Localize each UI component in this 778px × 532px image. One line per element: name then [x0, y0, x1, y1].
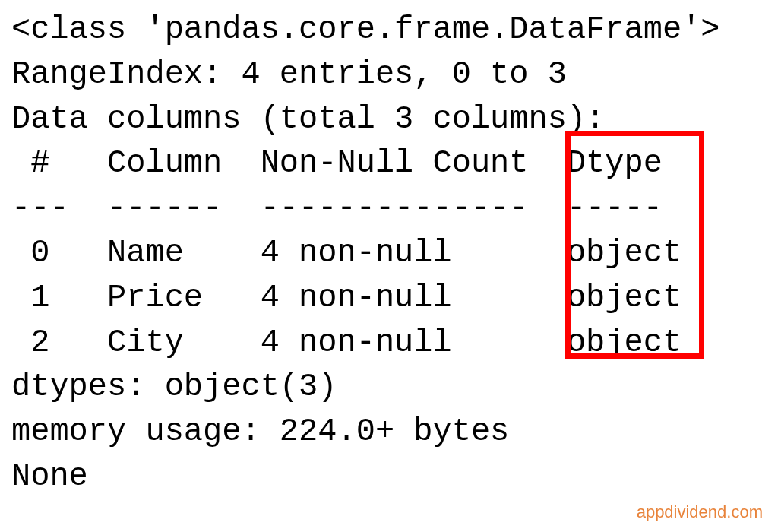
watermark: appdividend.com: [637, 501, 763, 524]
table-row: 2 City 4 non-null object: [11, 321, 767, 366]
class-line: <class 'pandas.core.frame.DataFrame'>: [11, 8, 767, 52]
data-columns-header: Data columns (total 3 columns):: [11, 97, 767, 142]
table-divider: --- ------ -------------- -----: [11, 186, 767, 231]
range-index-line: RangeIndex: 4 entries, 0 to 3: [11, 52, 767, 97]
table-row: 1 Price 4 non-null object: [11, 276, 767, 321]
table-header: # Column Non-Null Count Dtype: [11, 141, 767, 186]
memory-usage: memory usage: 224.0+ bytes: [11, 410, 767, 454]
none-line: None: [11, 454, 767, 499]
dtypes-summary: dtypes: object(3): [11, 365, 767, 410]
table-row: 0 Name 4 non-null object: [11, 231, 767, 276]
